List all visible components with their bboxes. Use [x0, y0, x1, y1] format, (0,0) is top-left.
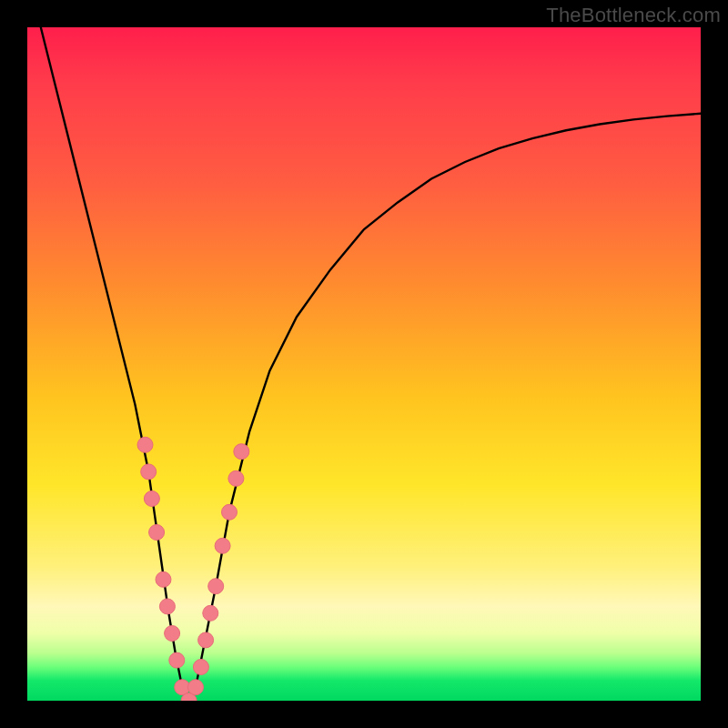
chart-frame: TheBottleneck.com — [0, 0, 728, 728]
curve-marker — [215, 538, 230, 553]
curve-marker — [234, 444, 249, 460]
curve-marker — [159, 599, 175, 614]
curve-marker — [228, 470, 244, 486]
curve-marker — [156, 571, 171, 587]
curve-marker — [208, 579, 224, 594]
curve-markers — [137, 437, 249, 701]
curve-marker — [222, 504, 238, 520]
curve-marker — [188, 680, 204, 695]
bottleneck-curve — [41, 27, 701, 701]
curve-marker — [141, 464, 157, 480]
curve-marker — [203, 605, 218, 621]
curve-marker — [165, 626, 180, 642]
curve-marker — [193, 660, 208, 675]
attribution-text: TheBottleneck.com — [546, 4, 721, 27]
curve-marker — [137, 437, 153, 452]
curve-marker — [149, 525, 165, 541]
chart-plot-area — [27, 27, 701, 701]
chart-overlay — [27, 27, 701, 701]
curve-marker — [144, 491, 159, 507]
curve-marker — [198, 632, 214, 648]
curve-marker — [169, 652, 185, 668]
